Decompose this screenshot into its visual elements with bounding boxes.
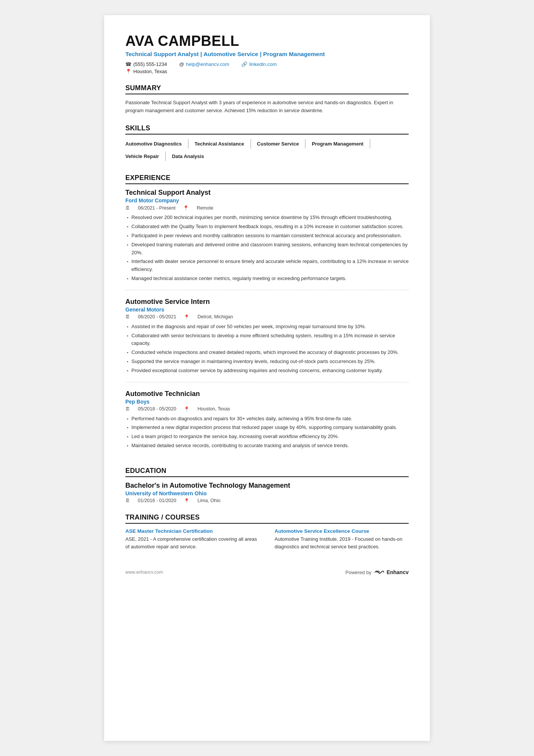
phone-contact: ☎ (555) 555-1234 (125, 61, 167, 67)
calendar-icon: 🗓 (125, 498, 130, 503)
powered-by-label: Powered by (345, 570, 372, 575)
exp-bullets: Resolved over 200 technical inquiries pe… (125, 214, 409, 282)
training-title: Automotive Service Excellence Course (275, 528, 409, 534)
experience-entry: Technical Support AnalystFord Motor Comp… (125, 189, 409, 290)
contact-row-2: 📍 Houston, Texas (125, 69, 409, 74)
calendar-icon: 🗓 (125, 314, 130, 319)
bullet-item: Collaborated with senior technicians to … (125, 332, 409, 348)
summary-heading: SUMMARY (125, 84, 409, 94)
training-title: ASE Master Technician Certification (125, 528, 259, 534)
education-list: Bachelor's in Automotive Technology Mana… (125, 482, 409, 504)
summary-text: Passionate Technical Support Analyst wit… (125, 99, 409, 115)
experience-entry: Automotive Service InternGeneral Motors🗓… (125, 298, 409, 382)
bullet-item: Collaborated with the Quality Team to im… (125, 223, 409, 231)
location-icon: 📍 (125, 69, 131, 74)
candidate-title: Technical Support Analyst | Automotive S… (125, 51, 409, 58)
skill-item: Customer Service (257, 139, 306, 149)
exp-meta: 🗓05/2018 - 05/2020📍Houston, Texas (125, 406, 409, 412)
skills-section: SKILLS Automotive DiagnosticsTechnical A… (125, 124, 409, 164)
linkedin-contact: 🔗 linkedin.com (241, 61, 276, 67)
education-heading: EDUCATION (125, 467, 409, 477)
skills-heading: SKILLS (125, 124, 409, 135)
skill-item: Program Management (312, 139, 370, 149)
exp-date: 06/2020 - 05/2021 (138, 314, 176, 319)
email-link[interactable]: help@enhancv.com (186, 61, 229, 67)
resume-document: AVA CAMPBELL Technical Support Analyst |… (104, 15, 430, 741)
phone-icon: ☎ (125, 61, 131, 67)
company-name: Pep Boys (125, 399, 409, 405)
skills-grid: Automotive DiagnosticsTechnical Assistan… (125, 139, 409, 164)
experience-entry: Automotive TechnicianPep Boys🗓05/2018 - … (125, 390, 409, 457)
calendar-icon: 🗓 (125, 205, 130, 211)
bullet-item: Developed training materials and deliver… (125, 241, 409, 257)
contact-row-1: ☎ (555) 555-1234 @ help@enhancv.com 🔗 li… (125, 61, 409, 67)
pin-icon: 📍 (183, 205, 189, 211)
pin-icon: 📍 (184, 314, 190, 320)
skill-item: Vehicle Repair (125, 152, 166, 161)
training-heading: TRAINING / COURSES (125, 513, 409, 524)
exp-bullets: Assisted in the diagnosis and repair of … (125, 323, 409, 375)
experience-list: Technical Support AnalystFord Motor Comp… (125, 189, 409, 457)
bullet-item: Led a team project to reorganize the ser… (125, 433, 409, 441)
bullet-item: Conducted vehicle inspections and create… (125, 349, 409, 357)
education-entry: Bachelor's in Automotive Technology Mana… (125, 482, 409, 504)
bullet-item: Implemented a new digital inspection pro… (125, 424, 409, 432)
skill-item: Data Analysis (172, 152, 210, 161)
job-title: Automotive Service Intern (125, 298, 409, 306)
skill-item: Technical Assistance (195, 139, 251, 149)
experience-section: EXPERIENCE Technical Support AnalystFord… (125, 174, 409, 457)
exp-meta: 🗓06/2021 - Present📍Remote (125, 205, 409, 211)
exp-location: Detroit, Michigan (197, 314, 233, 319)
exp-date: 06/2021 - Present (138, 205, 175, 211)
exp-date: 05/2018 - 05/2020 (138, 406, 176, 412)
calendar-icon: 🗓 (125, 406, 130, 412)
experience-heading: EXPERIENCE (125, 174, 409, 184)
bullet-item: Provided exceptional customer service by… (125, 367, 409, 375)
bullet-item: Interfaced with dealer service personnel… (125, 258, 409, 274)
company-name: General Motors (125, 307, 409, 313)
bullet-item: Maintained detailed service records, con… (125, 442, 409, 450)
bullet-item: Assisted in the diagnosis and repair of … (125, 323, 409, 331)
edu-date: 01/2016 - 01/2020 (138, 498, 176, 503)
exp-meta: 🗓06/2020 - 05/2021📍Detroit, Michigan (125, 314, 409, 320)
training-entry: Automotive Service Excellence CourseAuto… (275, 528, 409, 551)
enhancv-brand-name: Enhancv (387, 569, 409, 575)
pin-icon: 📍 (184, 406, 190, 412)
training-entry: ASE Master Technician CertificationASE, … (125, 528, 259, 551)
training-grid: ASE Master Technician CertificationASE, … (125, 528, 409, 551)
location-contact: 📍 Houston, Texas (125, 69, 167, 74)
bullet-item: Resolved over 200 technical inquiries pe… (125, 214, 409, 222)
summary-section: SUMMARY Passionate Technical Support Ana… (125, 84, 409, 115)
exp-location: Houston, Texas (197, 406, 230, 412)
header-section: AVA CAMPBELL Technical Support Analyst |… (125, 33, 409, 74)
phone-number: (555) 555-1234 (133, 61, 167, 67)
email-icon: @ (179, 61, 184, 67)
exp-location: Remote (197, 205, 213, 211)
skill-item: Automotive Diagnostics (125, 139, 189, 149)
enhancv-logo-icon (374, 569, 384, 576)
pin-icon: 📍 (184, 498, 190, 504)
footer: www.enhancv.com Powered by Enhancv (125, 569, 409, 576)
company-name: Ford Motor Company (125, 197, 409, 203)
candidate-name: AVA CAMPBELL (125, 33, 409, 49)
footer-brand: Powered by Enhancv (345, 569, 409, 576)
edu-school: University of Northwestern Ohio (125, 490, 409, 496)
job-title: Automotive Technician (125, 390, 409, 398)
training-text: ASE, 2021 - A comprehensive certificatio… (125, 535, 259, 551)
job-title: Technical Support Analyst (125, 189, 409, 197)
bullet-item: Managed technical assistance center metr… (125, 275, 409, 283)
edu-meta: 🗓01/2016 - 01/2020📍Lima, Ohio (125, 498, 409, 504)
bullet-item: Performed hands-on diagnostics and repai… (125, 415, 409, 423)
linkedin-icon: 🔗 (241, 61, 247, 67)
bullet-item: Supported the service manager in maintai… (125, 358, 409, 366)
email-contact: @ help@enhancv.com (179, 61, 229, 67)
training-section: TRAINING / COURSES ASE Master Technician… (125, 513, 409, 551)
bullet-item: Participated in peer reviews and monthly… (125, 232, 409, 240)
location-text: Houston, Texas (133, 69, 167, 74)
edu-degree: Bachelor's in Automotive Technology Mana… (125, 482, 409, 490)
education-section: EDUCATION Bachelor's in Automotive Techn… (125, 467, 409, 504)
footer-website: www.enhancv.com (125, 570, 163, 575)
edu-location: Lima, Ohio (197, 498, 220, 503)
linkedin-link[interactable]: linkedin.com (249, 61, 276, 67)
training-text: Automotive Training Institute, 2019 - Fo… (275, 535, 409, 551)
